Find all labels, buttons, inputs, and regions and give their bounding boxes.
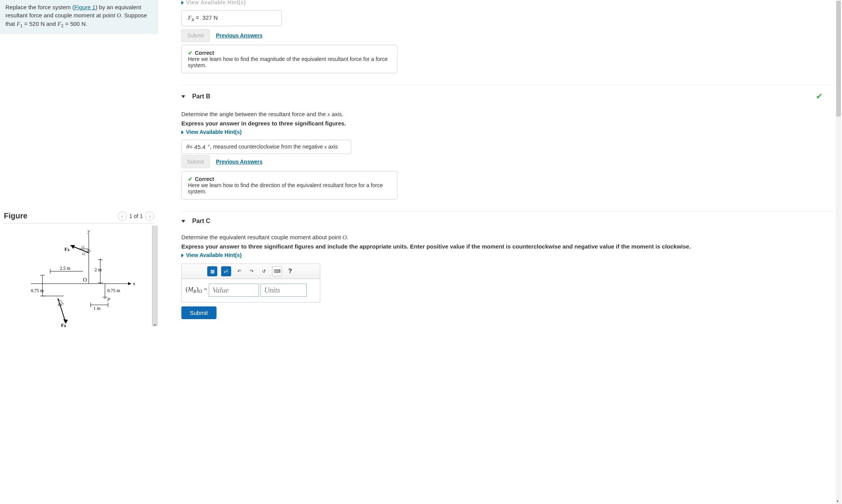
svg-text:60°: 60° [58,302,64,307]
svg-text:F₂: F₂ [61,322,66,328]
units-input[interactable] [260,284,307,297]
part-c-submit-button[interactable]: Submit [181,306,216,319]
part-b-instruction: Express your answer in degrees to three … [181,120,834,127]
page-scrollbar[interactable]: ▾ [836,0,841,335]
figure-svg: x y O 2 m 2.5 m 0.75 m 0.7 [4,230,135,330]
feedback-text: Here we learn how to find the direction … [188,182,391,194]
part-b-title: Part B [192,93,210,100]
svg-text:F₁: F₁ [64,246,69,252]
figure-title: Figure [4,211,27,220]
part-a-feedback: ✔Correct Here we learn how to find the m… [181,45,397,73]
figure-diagram: ▴ ▾ x y O 2 m 2.5 m [0,226,158,335]
svg-text:1 m: 1 m [93,306,101,311]
part-b-header[interactable]: Part B ✔ [181,85,834,105]
scrollbar-thumb[interactable] [836,1,841,117]
part-b-feedback: ✔Correct Here we learn how to find the d… [181,171,397,200]
part-b-answer-display: θ = 45.4 °, measured counterclockwise fr… [181,140,351,154]
part-a-answer-display: FR = 327 N [181,10,282,26]
problem-text: Replace the force system ( [5,4,74,10]
part-c-input-panel: ▦ μÅ ↶ ↷ ↺ ⌨ ? (MR)O = [181,264,320,303]
part-b-hint-link[interactable]: View Available Hint(s) [181,129,834,135]
pager-next-button[interactable]: › [145,211,154,221]
part-c-title: Part C [192,218,210,225]
part-b-complete-icon: ✔ [816,91,823,101]
feedback-title: Correct [195,50,214,56]
templates-icon[interactable]: ▦ [207,266,217,276]
pager-text: 1 of 1 [129,213,143,219]
caret-down-icon [181,95,185,98]
svg-text:0.75 m: 0.75 m [107,288,120,293]
svg-text:P: P [107,296,110,302]
check-icon: ✔ [188,50,193,56]
symbols-icon[interactable]: μÅ [221,266,231,276]
reset-icon[interactable]: ↺ [260,266,268,276]
figure-scroll-down[interactable]: ▾ [152,322,157,328]
value-input[interactable] [209,284,259,297]
svg-text:2.5 m: 2.5 m [60,266,71,271]
undo-icon[interactable]: ↶ [235,266,243,276]
svg-text:O: O [83,277,87,283]
part-a-submit-button: Submit [181,29,210,42]
part-c-hint-link[interactable]: View Available Hint(s) [181,252,834,258]
equation-label: (MR)O = [186,286,207,294]
input-toolbar: ▦ μÅ ↶ ↷ ↺ ⌨ ? [182,264,320,279]
part-b-previous-answers-link[interactable]: Previous Answers [216,159,262,165]
part-b-question: Determine the angle between the resultan… [181,111,834,118]
figure-pager: ‹ 1 of 1 › [118,211,154,221]
feedback-text: Here we learn how to find the magnitude … [188,56,391,68]
svg-text:y: y [87,230,90,234]
part-a-hint-link-cut[interactable]: View Available Hint(s) [181,0,834,5]
figure-link[interactable]: Figure 1 [74,4,95,10]
svg-text:2 m: 2 m [95,267,102,272]
part-b-submit-button: Submit [181,155,210,168]
check-icon: ✔ [188,176,193,182]
svg-text:13: 13 [82,252,86,256]
part-a-previous-answers-link[interactable]: Previous Answers [216,32,262,39]
feedback-title: Correct [195,176,214,182]
redo-icon[interactable]: ↷ [247,266,256,276]
part-c-question: Determine the equivalent resultant coupl… [181,234,834,241]
part-c-instruction: Express your answer to three significant… [181,243,834,250]
help-icon[interactable]: ? [286,266,294,276]
figure-scrollbar[interactable] [152,226,157,326]
keyboard-icon[interactable]: ⌨ [272,266,282,276]
svg-text:12: 12 [81,245,85,249]
caret-down-icon [181,220,185,223]
problem-statement: Replace the force system (Figure 1) by a… [0,0,158,34]
svg-text:0.75 m: 0.75 m [31,288,44,293]
svg-text:5: 5 [89,249,91,253]
svg-text:x: x [133,281,135,286]
part-c-header[interactable]: Part C [181,211,834,228]
pager-prev-button[interactable]: ‹ [118,211,127,221]
svg-marker-1 [128,282,131,285]
